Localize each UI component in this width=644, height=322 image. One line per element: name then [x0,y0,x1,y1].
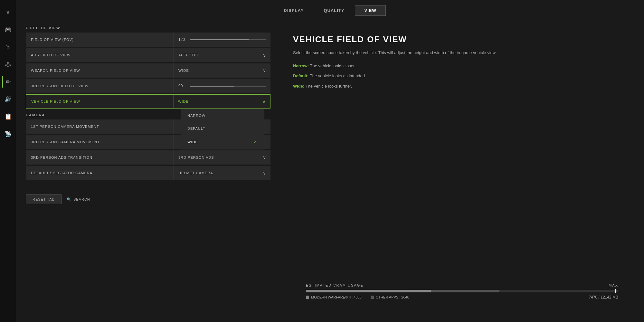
info-item-wide: Wide: The vehicle looks further. [293,83,631,90]
ads-fov-arrow: ∨ [263,52,266,58]
setting-fov-value: 120 [174,37,270,42]
vram-title-label: ESTIMATED VRAM USAGE [306,283,364,287]
3p-fov-fill [190,86,234,87]
search-button[interactable]: 🔍 SEARCH [67,197,90,202]
setting-spectator-cam[interactable]: DEFAULT SPECTATOR CAMERA HELMET CAMERA ∨ [26,166,270,180]
setting-3p-fov[interactable]: 3RD PERSON FIELD OF VIEW 90 [26,79,270,93]
spectator-cam-text: HELMET CAMERA [178,171,213,175]
bottom-bar: RESET TAB 🔍 SEARCH [26,190,270,209]
option-wide[interactable]: WIDE ✓ [181,135,264,149]
tab-quality[interactable]: QUALITY [314,5,354,16]
3p-fov-track [190,86,266,87]
setting-fov-name: FIELD OF VIEW (FOV) [26,38,174,42]
option-wide-label: WIDE [187,140,198,144]
top-nav: DISPLAY QUALITY VIEW [16,0,644,18]
3p-ads-arrow: ∨ [263,155,266,160]
setting-vehicle-fov-name: VEHICLE FIELD OF VIEW [26,99,173,103]
info-description: Select the screen space taken by the veh… [293,50,631,56]
divider [174,119,174,134]
setting-3p-cam-name: 3RD PERSON CAMERA MOVEMENT [26,140,174,144]
option-narrow-label: NARROW [187,114,205,118]
divider [174,135,174,149]
setting-weapon-fov-value: WIDE ∨ [174,68,270,73]
sidebar-icon-gamepad[interactable]: 🕹 [2,59,14,70]
fov-track [190,39,266,40]
wide-checkmark: ✓ [253,139,258,145]
vram-title-row: ESTIMATED VRAM USAGE MAX [306,283,618,287]
sidebar-icon-favorites[interactable]: ★ [2,6,14,18]
content-row: FIELD OF VIEW FIELD OF VIEW (FOV) 120 AD… [16,18,644,322]
info-item-narrow: Narrow: The vehicle looks closer. [293,63,631,69]
sidebar-icon-view[interactable]: ✏ [2,76,14,88]
search-label: SEARCH [73,197,90,201]
vram-mw-label: MODERN WARFARE® II : 4838 [311,295,362,299]
info-label-wide: Wide: [293,84,304,89]
fov-number: 120 [178,37,187,42]
setting-spectator-cam-value: HELMET CAMERA ∨ [174,170,270,175]
search-icon: 🔍 [67,197,71,202]
setting-vehicle-fov-value: WIDE ∧ [174,99,270,104]
setting-1p-cam-name: 1ST PERSON CAMERA MOVEMENT [26,125,174,128]
section-label-fov: FIELD OF VIEW [26,26,270,30]
option-default-label: DEFAULT [187,127,205,130]
info-item-default: Default: The vehicle looks as intended. [293,73,631,79]
setting-vehicle-fov[interactable]: VEHICLE FIELD OF VIEW WIDE ∧ NARROW DEFA… [26,94,270,109]
tab-view[interactable]: VIEW [355,5,385,16]
setting-fov[interactable]: FIELD OF VIEW (FOV) 120 [26,33,270,47]
setting-3p-ads-name: 3RD PERSON ADS TRANSITION [26,156,174,159]
setting-weapon-fov-name: WEAPON FIELD OF VIEW [26,69,174,72]
tab-display[interactable]: DISPLAY [274,5,313,16]
sidebar-icon-controller[interactable]: 🎮 [2,24,14,35]
reset-tab-button[interactable]: RESET TAB [26,194,62,204]
setting-3p-fov-value: 90 [174,84,270,88]
vram-dot-mw [306,296,309,299]
vram-legend: MODERN WARFARE® II : 4838 OTHER APPS : 2… [306,295,409,299]
sidebar: ★ 🎮 🖱 🕹 ✏ 🔊 📋 📡 [0,0,16,322]
settings-panel: FIELD OF VIEW FIELD OF VIEW (FOV) 120 AD… [16,18,280,322]
info-panel: VEHICLE FIELD OF VIEW Select the screen … [280,18,644,322]
info-text-narrow: The vehicle looks closer. [310,63,356,68]
info-text-wide: The vehicle looks further. [306,84,352,89]
info-label-default: Default: [293,73,308,78]
vram-bar-other [431,290,499,292]
vram-bar-marker [615,289,616,293]
vram-value: 7478 / 12142 MB [589,295,618,299]
3p-fov-number: 90 [178,84,187,88]
vram-other-label: OTHER APPS : 2640 [376,295,409,299]
option-default[interactable]: DEFAULT [181,122,264,135]
vram-max-label: MAX [609,283,618,287]
fov-slider[interactable]: 120 [178,37,266,42]
weapon-fov-text: WIDE [178,69,189,72]
setting-3p-ads[interactable]: 3RD PERSON ADS TRANSITION 3RD PERSON ADS… [26,150,270,165]
vram-bar [306,290,618,292]
info-label-narrow: Narrow: [293,63,309,68]
info-text-default: The vehicle looks as intended. [310,73,366,78]
vehicle-fov-dropdown: NARROW DEFAULT WIDE ✓ [181,109,264,149]
setting-ads-fov-value: AFFECTED ∨ [174,52,270,58]
setting-ads-fov[interactable]: ADS FIELD OF VIEW AFFECTED ∨ [26,48,270,62]
weapon-fov-arrow: ∨ [263,68,266,73]
sidebar-icon-mouse[interactable]: 🖱 [2,41,14,53]
vram-section: ESTIMATED VRAM USAGE MAX MODERN WARFARE®… [293,277,631,306]
option-narrow[interactable]: NARROW [181,109,264,122]
3p-fov-slider[interactable]: 90 [178,84,266,88]
vram-bar-mw [306,290,431,292]
setting-3p-ads-value: 3RD PERSON ADS ∨ [174,155,270,160]
vehicle-fov-arrow: ∧ [262,99,266,104]
info-title: VEHICLE FIELD OF VIEW [293,34,631,44]
sidebar-icon-interface[interactable]: 📋 [2,111,14,122]
ads-fov-text: AFFECTED [178,53,200,57]
main-content: DISPLAY QUALITY VIEW FIELD OF VIEW FIELD… [16,0,644,322]
fov-fill [190,39,249,40]
sidebar-icon-audio[interactable]: 🔊 [2,93,14,105]
vram-legend-mw: MODERN WARFARE® II : 4838 [306,295,362,299]
vehicle-fov-text: WIDE [178,99,189,103]
3p-ads-text: 3RD PERSON ADS [178,156,214,159]
vram-legend-other: OTHER APPS : 2640 [371,295,409,299]
vram-dot-other [371,296,374,299]
setting-ads-fov-name: ADS FIELD OF VIEW [26,53,174,57]
sidebar-icon-network[interactable]: 📡 [2,128,14,140]
setting-3p-fov-name: 3RD PERSON FIELD OF VIEW [26,84,174,88]
setting-weapon-fov[interactable]: WEAPON FIELD OF VIEW WIDE ∨ [26,63,270,78]
setting-spectator-cam-name: DEFAULT SPECTATOR CAMERA [26,171,174,175]
